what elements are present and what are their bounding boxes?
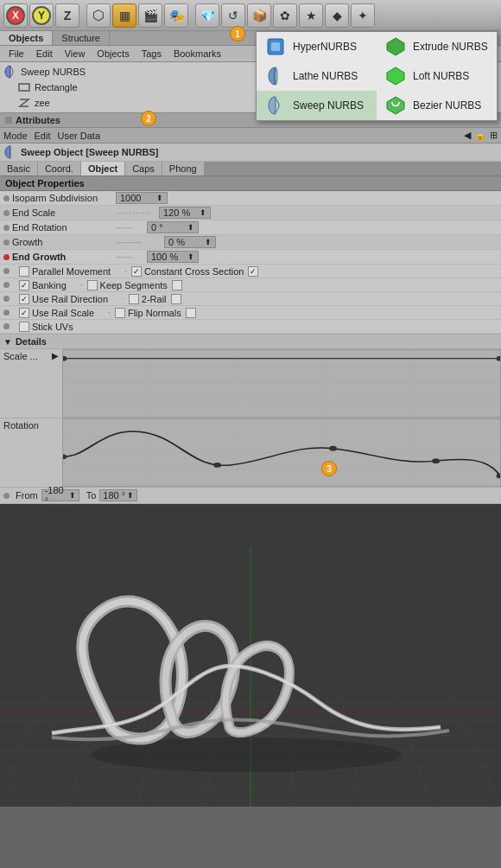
end-rotation-field[interactable]: 0 ° ⬆ [147,221,199,233]
keep-segments-checkbox[interactable] [87,280,98,290]
menu-edit[interactable]: Edit [31,48,58,60]
svg-rect-6 [19,84,29,91]
banking-check[interactable]: Banking [19,280,67,290]
lathe-nurbs-item[interactable]: Lathe NURBS [257,61,377,91]
use-rail-dir-checkbox[interactable] [19,294,29,304]
menu-objects[interactable]: Objects [92,48,134,60]
sparkle-button[interactable]: ✦ [351,3,375,28]
use-rail-scale-check[interactable]: Use Rail Scale [19,308,94,318]
scale-expand-icon[interactable]: ▶ [52,351,59,361]
user-data-label: User Data [58,131,101,141]
parallel-label: Parallel Movement [32,266,111,277]
use-rail-scale-checkbox[interactable] [19,308,29,318]
two-rail-label: 2-Rail [142,294,167,304]
constant-cross-label: Constant Cross Section [144,266,244,277]
star-button[interactable]: ★ [299,3,323,28]
box-button[interactable]: 📦 [247,3,271,28]
attr-nav-arrow: ◀ [464,130,471,141]
from-field[interactable]: -180 ° ⬆ [41,489,79,501]
tab-structure[interactable]: Structure [53,31,110,45]
growth-value: 0 % ⬆ [164,236,498,248]
flower-button[interactable]: ✿ [273,3,297,28]
from-to-row: From -180 ° ⬆ To 180 ° ⬆ [0,488,501,504]
badge-1: 1 [230,26,245,41]
keep-segments-check[interactable]: · Keep Segments [80,280,182,290]
two-rail-checkbox[interactable] [129,294,139,304]
check-row-2: Banking · Keep Segments [0,278,501,292]
cube-button[interactable]: ⬡ [86,3,111,28]
z-button[interactable]: Z [55,3,79,28]
flip-normals-checkbox[interactable] [115,308,125,318]
rotation-graph-section: Rotation [0,418,501,488]
viewport[interactable]: Perspective [0,504,501,807]
tab-phong[interactable]: Phong [162,162,204,176]
constant-cross-checkbox[interactable] [131,266,142,277]
red-x-button[interactable]: X [3,3,28,28]
tab-objects[interactable]: Objects [0,31,53,45]
film-button[interactable]: ▦ [112,3,136,28]
keep-seg-checkbox2[interactable] [172,280,182,290]
tab-basic[interactable]: Basic [0,162,37,176]
svg-point-26 [213,463,221,468]
sweep-nurbs-tree-icon [3,65,17,79]
loft-nurbs-item[interactable]: Loft NURBS [377,61,497,91]
end-growth-val: 100 % [151,252,178,262]
tab-object[interactable]: Object [81,162,124,176]
details-collapse-arrow[interactable]: ▼ [3,337,12,347]
flip-normals-check[interactable]: · Flip Normals [108,308,196,318]
end-scale-field[interactable]: 120 % ⬆ [159,207,211,219]
to-value: 180 ° [103,490,125,501]
end-growth-field[interactable]: 100 % ⬆ [147,251,199,263]
rotation-label: Rotation [0,418,62,487]
menu-view[interactable]: View [60,48,91,60]
isoparm-label: Isoparm Subdivision [12,193,116,203]
attr-collapse-icon [5,117,12,124]
z-label: Z [64,9,72,22]
rotation-label-text: Rotation [3,420,39,431]
svg-point-27 [329,446,337,451]
gem-button[interactable]: 💎 [195,3,219,28]
clapper-button[interactable]: 🎭 [164,3,188,28]
stick-uvs-checkbox[interactable] [19,322,29,332]
rotation-graph[interactable] [62,418,501,487]
svg-point-28 [432,458,440,463]
menu-file[interactable]: File [3,48,29,60]
use-rail-scale-label: Use Rail Scale [32,308,94,318]
yellow-y-button[interactable]: Y [29,3,54,28]
attr-window-icon: ⊞ [490,130,498,141]
bezier-nurbs-item[interactable]: Bezier NURBS [377,91,497,120]
end-rotation-dots: ······· [116,223,147,233]
growth-field[interactable]: 0 % ⬆ [164,236,216,248]
hyper-nurbs-item[interactable]: HyperNURBS [257,32,377,61]
rail-scale-dot [3,310,10,316]
use-rail-dir-check[interactable]: Use Rail Direction [19,294,108,304]
scale-graph[interactable] [62,349,501,418]
sweep-nurbs-item[interactable]: Sweep NURBS [257,91,377,120]
constant-cross-check[interactable]: · Constant Cross Section [124,266,258,277]
isoparm-field[interactable]: 1000 ⬆ [116,192,168,204]
extrude-nurbs-item[interactable]: Extrude NURBS [377,32,497,61]
prop-isoparm: Isoparm Subdivision 1000 ⬆ [0,191,501,206]
end-rotation-val: 0 ° [151,222,163,233]
end-scale-arrow: ⬆ [200,208,206,217]
two-rail-check[interactable]: · 2-Rail [122,294,181,304]
end-growth-dot-red [3,254,10,260]
end-rotation-value: 0 ° ⬆ [147,221,498,233]
rotate-button[interactable]: ↺ [221,3,245,28]
tab-coord[interactable]: Coord. [38,162,80,176]
diamond-button[interactable]: ◆ [325,3,349,28]
slate-button[interactable]: 🎬 [138,3,162,28]
stick-uvs-check[interactable]: Stick UVs [19,322,73,332]
nurbs-dropdown: HyperNURBS Extrude NURBS Lathe NURBS Lof… [256,31,498,121]
tab-caps[interactable]: Caps [125,162,162,176]
two-rail-checkbox2[interactable] [171,294,181,304]
to-field[interactable]: 180 ° ⬆ [99,489,137,501]
menu-bookmarks[interactable]: Bookmarks [168,48,226,60]
constant-dots: · [124,266,127,276]
constant-cross-checkbox2[interactable] [248,266,258,277]
banking-checkbox[interactable] [19,280,29,290]
menu-tags[interactable]: Tags [136,48,167,60]
parallel-checkbox[interactable] [19,266,29,277]
parallel-check[interactable]: Parallel Movement [19,266,111,277]
flip-normals-checkbox2[interactable] [186,308,196,318]
